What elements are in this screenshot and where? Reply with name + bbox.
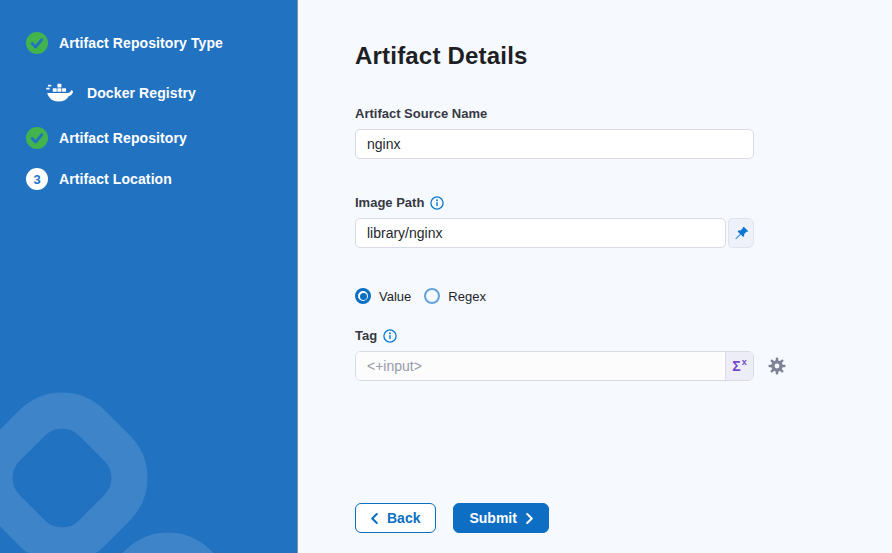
tag-label: Tag <box>355 328 754 344</box>
tag-input[interactable] <box>356 352 725 380</box>
chevron-right-icon <box>526 513 533 524</box>
tag-settings-button[interactable] <box>768 357 786 375</box>
chevron-left-icon <box>371 513 378 524</box>
page-title: Artifact Details <box>355 42 754 70</box>
step-list: Artifact Repository Type Docker Registry <box>0 0 297 190</box>
artifact-details-panel: Artifact Details Artifact Source Name Im… <box>298 0 892 553</box>
radio-option-value[interactable]: Value <box>355 288 411 304</box>
label-text: Artifact Source Name <box>355 106 487 122</box>
wizard-actions: Back Submit <box>355 503 754 533</box>
step-label: Artifact Repository Type <box>59 35 223 51</box>
pin-fixed-value-button[interactable] <box>728 218 754 248</box>
image-path-field-group <box>355 218 754 248</box>
step-label: Artifact Location <box>59 171 172 187</box>
tag-field-row: Σ x <box>355 351 754 381</box>
image-path-input[interactable] <box>355 218 726 248</box>
wizard-stepper-sidebar: Artifact Repository Type Docker Registry <box>0 0 298 553</box>
docker-whale-icon <box>46 82 74 103</box>
radio-unselected-icon[interactable] <box>424 288 440 304</box>
step-complete-check-icon <box>26 32 48 54</box>
step-sub-label: Docker Registry <box>87 85 196 101</box>
step-docker-registry[interactable]: Docker Registry <box>46 82 297 103</box>
step-number-badge: 3 <box>26 168 48 190</box>
label-text: Tag <box>355 328 377 344</box>
radio-option-regex[interactable]: Regex <box>424 288 486 304</box>
radio-selected-icon[interactable] <box>355 288 371 304</box>
back-button[interactable]: Back <box>355 503 436 533</box>
step-complete-check-icon <box>26 127 48 149</box>
submit-button[interactable]: Submit <box>453 503 548 533</box>
step-label: Artifact Repository <box>59 130 187 146</box>
info-icon[interactable] <box>430 196 444 210</box>
step-artifact-repository[interactable]: Artifact Repository <box>26 127 297 149</box>
submit-button-label: Submit <box>469 510 516 526</box>
label-text: Image Path <box>355 195 424 211</box>
artifact-source-name-input[interactable] <box>355 129 754 159</box>
artifact-wizard: Artifact Repository Type Docker Registry <box>0 0 892 553</box>
gear-icon <box>768 357 786 375</box>
radio-label: Value <box>379 289 411 304</box>
info-icon[interactable] <box>383 329 397 343</box>
radio-label: Regex <box>448 289 486 304</box>
step-artifact-repository-type[interactable]: Artifact Repository Type <box>26 32 297 54</box>
artifact-source-name-label: Artifact Source Name <box>355 106 754 122</box>
pin-icon <box>734 226 749 241</box>
expression-sigma-button[interactable]: Σ x <box>725 352 753 380</box>
sigma-glyph: Σ <box>732 359 740 373</box>
tag-field-group: Σ x <box>355 351 754 381</box>
step-artifact-location[interactable]: 3 Artifact Location <box>26 168 297 190</box>
tag-type-radio-group: Value Regex <box>355 288 754 304</box>
back-button-label: Back <box>387 510 420 526</box>
sigma-superscript: x <box>742 358 747 367</box>
image-path-label: Image Path <box>355 195 754 211</box>
